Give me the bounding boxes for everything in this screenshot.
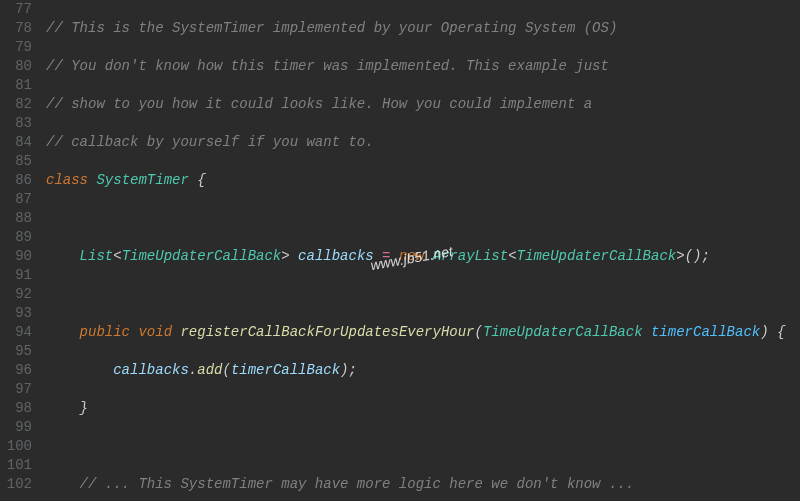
angle: < [113, 248, 121, 264]
line-number: 102 [0, 475, 32, 494]
type-arraylist: ArrayList [433, 248, 509, 264]
line-number: 81 [0, 76, 32, 95]
line-number: 95 [0, 342, 32, 361]
paren: ( [222, 362, 230, 378]
code-line[interactable]: // ... This SystemTimer may have more lo… [46, 475, 800, 494]
line-number: 99 [0, 418, 32, 437]
line-number: 83 [0, 114, 32, 133]
operator-assign: = [374, 248, 399, 264]
tail: (); [685, 248, 710, 264]
brace-close: } [80, 400, 88, 416]
method-name: registerCallBackForUpdatesEveryHour [180, 324, 474, 340]
paren: ( [475, 324, 483, 340]
line-number: 80 [0, 57, 32, 76]
dot: . [189, 362, 197, 378]
line-number: 79 [0, 38, 32, 57]
code-line[interactable] [46, 209, 800, 228]
line-number: 92 [0, 285, 32, 304]
line-number: 77 [0, 0, 32, 19]
angle: > [281, 248, 289, 264]
comment: // callback by yourself if you want to. [46, 134, 374, 150]
keyword-void: void [138, 324, 172, 340]
keyword-class: class [46, 172, 88, 188]
code-line[interactable]: List<TimeUpdaterCallBack> callbacks = ne… [46, 247, 800, 266]
code-line[interactable] [46, 285, 800, 304]
end: ); [340, 362, 357, 378]
type-generic: TimeUpdaterCallBack [517, 248, 677, 264]
brace: { [189, 172, 206, 188]
variable: callbacks [113, 362, 189, 378]
line-number: 94 [0, 323, 32, 342]
code-line[interactable]: // This is the SystemTimer implemented b… [46, 19, 800, 38]
line-number: 82 [0, 95, 32, 114]
code-line[interactable]: } [46, 399, 800, 418]
line-number-gutter: 77 78 79 80 81 82 83 84 85 86 87 88 89 9… [0, 0, 40, 501]
code-line[interactable]: // callback by yourself if you want to. [46, 133, 800, 152]
line-number: 97 [0, 380, 32, 399]
code-line[interactable]: class SystemTimer { [46, 171, 800, 190]
type-generic: TimeUpdaterCallBack [122, 248, 282, 264]
code-line[interactable] [46, 437, 800, 456]
comment: // You don't know how this timer was imp… [46, 58, 609, 74]
line-number: 96 [0, 361, 32, 380]
line-number: 85 [0, 152, 32, 171]
line-number: 78 [0, 19, 32, 38]
code-line[interactable]: callbacks.add(timerCallBack); [46, 361, 800, 380]
line-number: 91 [0, 266, 32, 285]
line-number: 87 [0, 190, 32, 209]
line-number: 93 [0, 304, 32, 323]
code-line[interactable]: // You don't know how this timer was imp… [46, 57, 800, 76]
comment: // This is the SystemTimer implemented b… [46, 20, 617, 36]
angle: < [508, 248, 516, 264]
code-line[interactable]: // show to you how it could looks like. … [46, 95, 800, 114]
line-number: 98 [0, 399, 32, 418]
type-list: List [80, 248, 114, 264]
comment: // show to you how it could looks like. … [46, 96, 592, 112]
comment: // ... This SystemTimer may have more lo… [80, 476, 635, 492]
line-number: 84 [0, 133, 32, 152]
variable: callbacks [298, 248, 374, 264]
line-number: 88 [0, 209, 32, 228]
param-name: timerCallBack [651, 324, 760, 340]
keyword-new: new [399, 248, 424, 264]
code-editor[interactable]: 77 78 79 80 81 82 83 84 85 86 87 88 89 9… [0, 0, 800, 501]
paren-brace: ) { [760, 324, 785, 340]
line-number: 86 [0, 171, 32, 190]
line-number: 101 [0, 456, 32, 475]
type-name: SystemTimer [96, 172, 188, 188]
argument: timerCallBack [231, 362, 340, 378]
keyword-public: public [80, 324, 130, 340]
code-line[interactable]: public void registerCallBackForUpdatesEv… [46, 323, 800, 342]
line-number: 89 [0, 228, 32, 247]
param-type: TimeUpdaterCallBack [483, 324, 643, 340]
angle: > [676, 248, 684, 264]
line-number: 90 [0, 247, 32, 266]
line-number: 100 [0, 437, 32, 456]
code-content[interactable]: // This is the SystemTimer implemented b… [40, 0, 800, 501]
method-add: add [197, 362, 222, 378]
